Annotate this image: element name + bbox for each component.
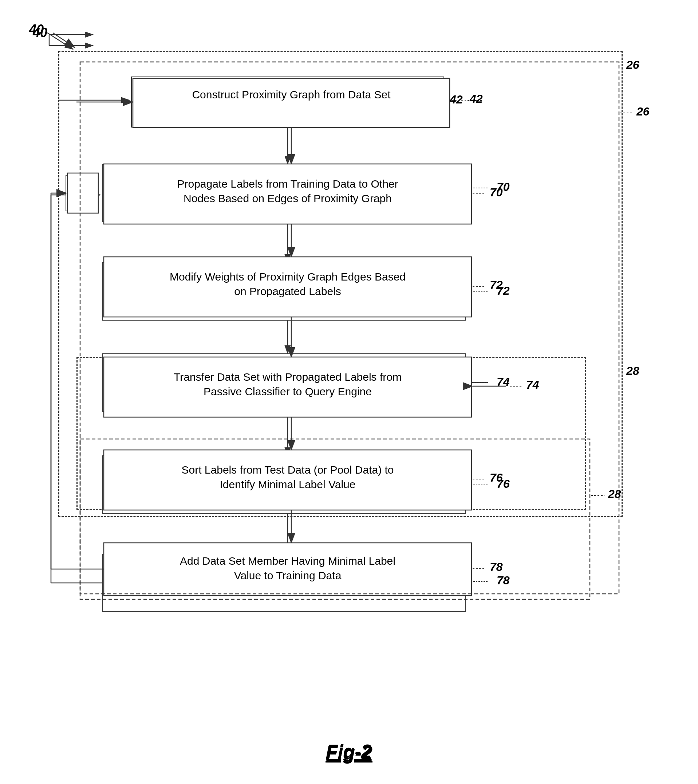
svg-line-17 [47,33,73,49]
box-76-text: Sort Labels from Test Data (or Pool Data… [110,472,458,497]
process-box-74: Transfer Data Set with Propagated Labels… [102,353,466,412]
process-box-70: Propagate Labels from Training Data to O… [102,164,466,222]
label-74: 74 [471,375,509,389]
figure-caption: Fig-2 [326,741,372,764]
label-78: 78 [471,574,509,587]
label-26: 26 [626,58,639,72]
process-box-78: Add Data Set Member Having Minimal Label… [102,554,466,612]
label-42: 42 [450,93,487,106]
process-box-42: Construct Proximity Graph from Data Set [131,76,444,127]
process-box-76: Sort Labels from Test Data (or Pool Data… [102,456,466,514]
process-box-72: Modify Weights of Proximity Graph Edges … [102,262,466,320]
box-42-text: Construct Proximity Graph from Data Set [188,96,387,108]
box-78-text: Add Data Set Member Having Minimal Label… [121,577,447,589]
label-70: 70 [471,180,509,194]
box-70-text: Propagate Labels from Training Data to O… [110,181,458,205]
label-72: 72 [471,284,509,298]
box-74-text: Transfer Data Set with Propagated Labels… [110,370,458,395]
label-76: 76 [471,477,509,491]
label-28: 28 [626,364,639,378]
box-72-text: Modify Weights of Proximity Graph Edges … [111,285,457,298]
loop-indicator-box [66,175,95,211]
